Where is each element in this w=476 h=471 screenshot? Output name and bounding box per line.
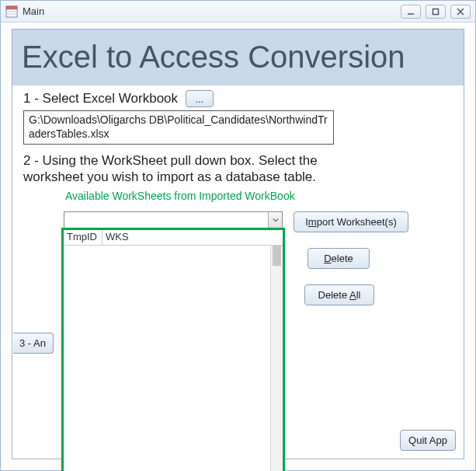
btn-ul: A — [349, 289, 356, 301]
step2-label: 2 - Using the WorkSheet pull down box. S… — [23, 152, 365, 186]
import-worksheets-button[interactable]: Import Worksheet(s) — [294, 211, 408, 232]
titlebar: Main — [1, 1, 475, 23]
btn-pre: Delete — [318, 289, 349, 301]
available-worksheets-label: Available WorkSheets from Imported WorkB… — [65, 190, 453, 202]
window-title: Main — [23, 5, 44, 17]
header-band: Excel to Access Conversion — [12, 30, 464, 85]
quit-app-button[interactable]: Quit App — [400, 430, 456, 451]
worksheet-combo-wrap — [64, 211, 283, 229]
btn-ul: D — [324, 253, 331, 264]
svg-rect-1 — [6, 6, 17, 9]
side-buttons: Import Worksheet(s) Delete Delete All — [294, 211, 408, 305]
btn-post: port Worksheet(s) — [317, 216, 397, 228]
btn-post: ll — [356, 289, 361, 301]
form-body: Excel to Access Conversion 1 - Select Ex… — [12, 29, 464, 459]
col-header-wks: WKS — [102, 230, 283, 245]
btn-post: uit App — [416, 434, 447, 446]
delete-all-button[interactable]: Delete All — [304, 284, 374, 305]
minimize-button[interactable] — [401, 5, 421, 19]
step1-label: 1 - Select Excel Workbook — [23, 91, 178, 106]
btn-ul: n — [40, 337, 46, 349]
btn-ul: Q — [408, 434, 416, 446]
restore-button[interactable] — [426, 5, 446, 19]
list-scrollbar[interactable] — [270, 246, 283, 471]
browse-button[interactable]: ... — [186, 90, 214, 107]
workbook-path-field[interactable]: G:\Downloads\Oligarchs DB\Political_Cand… — [23, 110, 334, 145]
btn-ul: m — [308, 216, 317, 228]
delete-button[interactable]: Delete — [307, 248, 370, 269]
svg-rect-5 — [433, 9, 439, 14]
col-header-tmpid: TmpID — [64, 230, 102, 245]
scrollbar-thumb[interactable] — [273, 246, 281, 266]
analyze-button[interactable]: 3 - An — [13, 333, 54, 354]
close-button[interactable] — [450, 5, 471, 19]
list-headers: TmpID WKS — [64, 230, 283, 246]
main-window: Main Excel to Access Conversion 1 - Sele… — [0, 0, 476, 471]
form-icon — [5, 5, 18, 18]
btn-post: elete — [332, 253, 353, 264]
chevron-down-icon[interactable] — [268, 212, 282, 228]
btn-pre: 3 - A — [19, 337, 40, 349]
worksheet-combo[interactable] — [64, 211, 283, 229]
page-title: Excel to Access Conversion — [22, 40, 405, 75]
worksheet-list-popup: TmpID WKS — [61, 228, 285, 471]
list-body[interactable] — [64, 246, 283, 471]
browse-button-label: ... — [196, 93, 204, 105]
worksheet-combo-value — [64, 212, 268, 228]
window-controls — [401, 5, 471, 19]
step1-row: 1 - Select Excel Workbook ... — [23, 90, 453, 107]
content-area: 1 - Select Excel Workbook ... G:\Downloa… — [12, 85, 464, 459]
